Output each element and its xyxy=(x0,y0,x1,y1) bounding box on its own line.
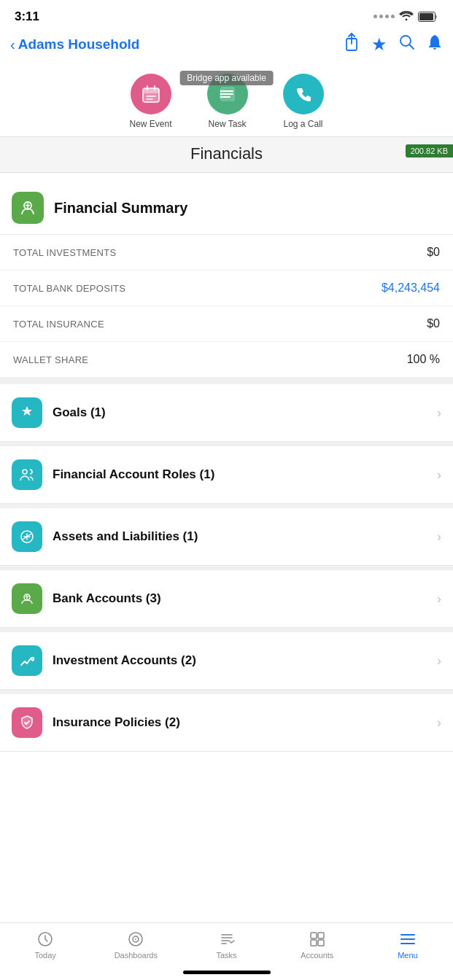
nav-actions: ★ xyxy=(344,33,443,56)
status-icons xyxy=(373,9,438,24)
log-call-label: Log a Call xyxy=(283,119,322,129)
bridge-banner: Bridge app available xyxy=(179,71,274,85)
insurance-policies-item[interactable]: Insurance Policies (2) › xyxy=(0,694,453,752)
insurance-chevron-icon: › xyxy=(437,715,441,731)
financial-summary-icon xyxy=(12,192,44,224)
summary-rows: TOTAL INVESTMENTS $0 TOTAL BANK DEPOSITS… xyxy=(0,235,453,377)
new-event-button[interactable]: New Event xyxy=(129,74,171,129)
tab-dashboards[interactable]: Dashboards xyxy=(90,930,181,960)
tab-accounts-label: Accounts xyxy=(301,951,333,960)
tab-menu-label: Menu xyxy=(398,951,418,960)
svg-point-12 xyxy=(23,470,27,474)
invest-item-left: Investment Accounts (2) xyxy=(12,645,196,676)
bank-icon xyxy=(12,583,42,614)
svg-point-10 xyxy=(220,96,222,98)
tab-dashboards-label: Dashboards xyxy=(115,951,158,960)
financial-summary-section: Financial Summary TOTAL INVESTMENTS $0 T… xyxy=(0,180,453,377)
svg-point-9 xyxy=(220,93,222,96)
summary-header: Financial Summary xyxy=(0,180,453,235)
wallet-value: 100 % xyxy=(407,353,440,366)
log-call-button[interactable]: Log a Call xyxy=(283,74,324,129)
tab-today[interactable]: Today xyxy=(0,930,90,960)
goals-item-left: Goals (1) xyxy=(12,397,106,428)
investment-accounts-item[interactable]: Investment Accounts (2) › xyxy=(0,632,453,690)
summary-title: Financial Summary xyxy=(54,200,187,217)
svg-point-18 xyxy=(135,938,136,940)
investments-value: $0 xyxy=(427,246,440,259)
accounts-icon xyxy=(309,930,326,948)
invest-icon xyxy=(12,645,42,676)
svg-point-8 xyxy=(220,90,222,93)
insurance-value: $0 xyxy=(427,317,440,330)
roles-item-left: Financial Account Roles (1) xyxy=(12,459,214,490)
assets-item-left: Assets and Liabilities (1) xyxy=(12,521,198,552)
svg-rect-22 xyxy=(318,940,324,946)
tab-tasks[interactable]: Tasks xyxy=(181,930,271,960)
star-button[interactable]: ★ xyxy=(371,34,387,55)
bank-accounts-item[interactable]: Bank Accounts (3) › xyxy=(0,570,453,628)
financials-header: Financials 200.82 KB xyxy=(0,136,453,173)
investments-label: TOTAL INVESTMENTS xyxy=(13,247,116,258)
tab-today-label: Today xyxy=(34,951,55,960)
today-icon xyxy=(36,930,54,948)
roles-chevron-icon: › xyxy=(437,467,441,483)
summary-row-wallet: WALLET SHARE 100 % xyxy=(0,342,453,377)
invest-label: Investment Accounts (2) xyxy=(53,653,196,668)
wifi-icon xyxy=(399,9,414,24)
nav-bar: ‹ Adams Household ★ xyxy=(0,30,453,63)
new-event-label: New Event xyxy=(129,119,171,129)
roles-item[interactable]: Financial Account Roles (1) › xyxy=(0,446,453,504)
status-time: 3:11 xyxy=(15,9,39,24)
tasks-icon xyxy=(218,930,236,948)
battery-icon xyxy=(418,12,438,22)
signal-icon xyxy=(373,15,395,18)
log-call-icon xyxy=(283,74,324,114)
summary-row-deposits: TOTAL BANK DEPOSITS $4,243,454 xyxy=(0,271,453,306)
tab-accounts[interactable]: Accounts xyxy=(272,930,363,960)
goals-item[interactable]: Goals (1) › xyxy=(0,384,453,442)
bank-item-left: Bank Accounts (3) xyxy=(12,583,161,614)
tab-menu[interactable]: Menu xyxy=(363,930,453,960)
summary-row-insurance: TOTAL INSURANCE $0 xyxy=(0,306,453,342)
insurance-label: Insurance Policies (2) xyxy=(53,715,180,730)
assets-icon xyxy=(12,521,42,552)
assets-chevron-icon: › xyxy=(437,529,441,545)
status-bar: 3:11 xyxy=(0,0,453,30)
main-content: Bridge app available New Event xyxy=(0,63,453,825)
svg-rect-20 xyxy=(318,933,324,938)
share-button[interactable] xyxy=(344,33,360,56)
bank-label: Bank Accounts (3) xyxy=(53,591,161,606)
tab-tasks-label: Tasks xyxy=(216,951,236,960)
bell-button[interactable] xyxy=(427,34,443,55)
quick-actions: Bridge app available New Event xyxy=(0,63,453,136)
roles-icon xyxy=(12,459,42,490)
deposits-label: TOTAL BANK DEPOSITS xyxy=(13,283,125,294)
invest-chevron-icon: › xyxy=(437,653,441,669)
home-indicator xyxy=(183,971,271,974)
insurance-label: TOTAL INSURANCE xyxy=(13,319,104,330)
back-button[interactable]: ‹ Adams Household xyxy=(10,36,139,53)
goals-icon xyxy=(12,397,42,428)
assets-label: Assets and Liabilities (1) xyxy=(53,529,198,544)
dashboards-icon xyxy=(127,930,144,948)
svg-rect-21 xyxy=(311,940,317,946)
roles-label: Financial Account Roles (1) xyxy=(53,467,214,482)
wallet-label: WALLET SHARE xyxy=(13,354,88,365)
goals-label: Goals (1) xyxy=(53,405,106,420)
kb-badge: 200.82 KB xyxy=(406,144,453,158)
insurance-icon xyxy=(12,707,42,738)
section-divider-1 xyxy=(0,377,453,384)
assets-item[interactable]: Assets and Liabilities (1) › xyxy=(0,508,453,566)
new-task-label: New Task xyxy=(209,119,247,129)
svg-rect-6 xyxy=(143,88,159,93)
svg-rect-19 xyxy=(311,933,317,938)
summary-row-investments: TOTAL INVESTMENTS $0 xyxy=(0,235,453,271)
deposits-value[interactable]: $4,243,454 xyxy=(382,281,440,295)
bank-chevron-icon: › xyxy=(437,591,441,607)
menu-icon xyxy=(399,930,417,948)
search-button[interactable] xyxy=(399,34,415,55)
financials-title: Financials xyxy=(190,144,263,163)
insurance-item-left: Insurance Policies (2) xyxy=(12,707,180,738)
new-event-icon xyxy=(131,74,171,114)
back-chevron-icon: ‹ xyxy=(10,36,15,53)
